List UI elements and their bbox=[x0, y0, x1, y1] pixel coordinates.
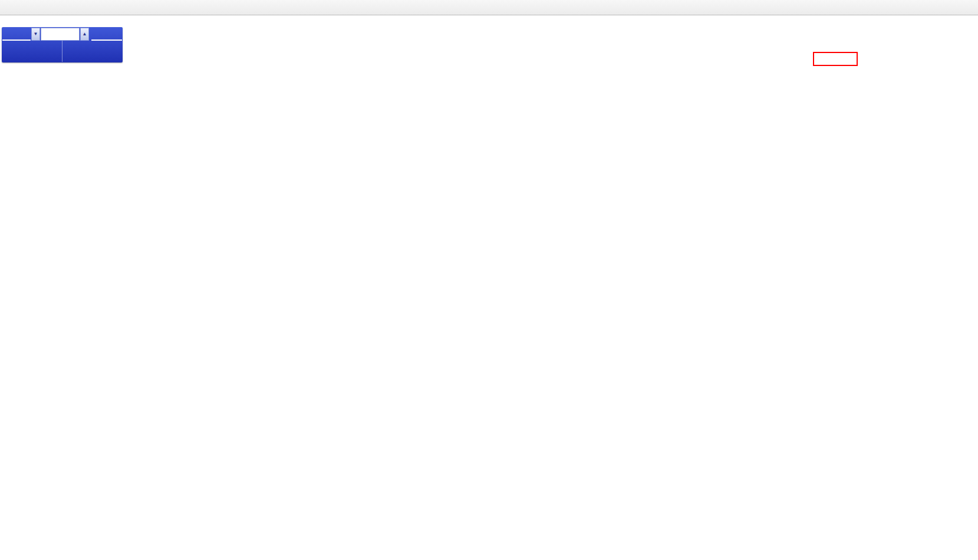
sell-price[interactable] bbox=[2, 41, 62, 62]
one-click-trade-panel: ▼ ▲ bbox=[2, 27, 123, 62]
volume-up-button[interactable]: ▲ bbox=[80, 28, 89, 41]
mt4-window: { "toolbar": { "new_order_label": "新订单",… bbox=[0, 0, 978, 560]
macd-label bbox=[2, 350, 6, 357]
rsi-label bbox=[2, 446, 4, 453]
price-callout[interactable] bbox=[813, 52, 858, 66]
chart-canvas[interactable] bbox=[0, 0, 978, 560]
buy-button[interactable] bbox=[91, 28, 122, 41]
buy-price[interactable] bbox=[62, 41, 123, 62]
toolbar bbox=[0, 0, 978, 15]
sell-button[interactable] bbox=[2, 28, 31, 41]
volume-down-button[interactable]: ▼ bbox=[31, 28, 40, 41]
volume-input[interactable] bbox=[41, 28, 80, 41]
chart-header bbox=[4, 18, 10, 27]
